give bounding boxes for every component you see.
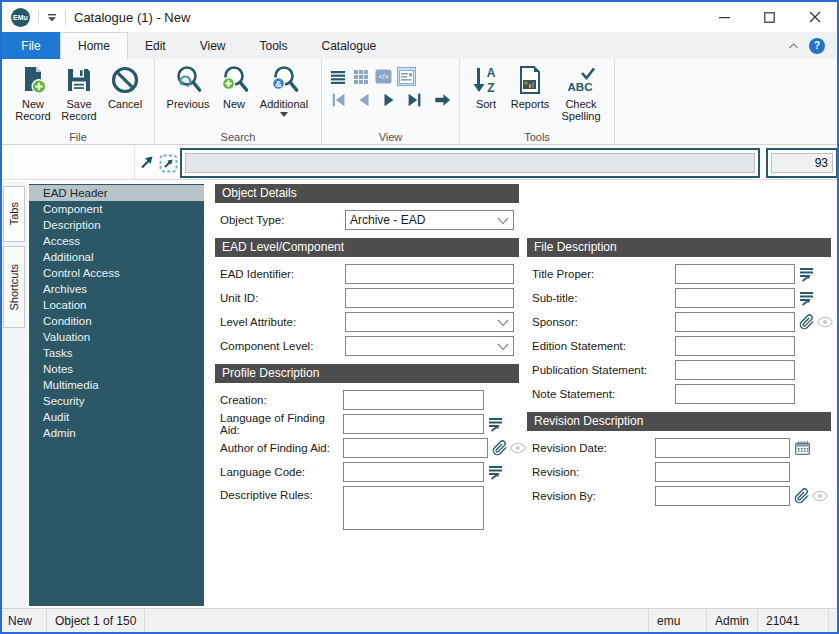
cancel-button[interactable]: Cancel (102, 61, 148, 110)
previous-record-button[interactable] (353, 90, 374, 110)
sponsor-label: Sponsor: (532, 316, 675, 328)
svg-text:A: A (487, 66, 496, 80)
goto-record-button[interactable] (432, 90, 453, 110)
sidebar-item-control-access[interactable]: Control Access (29, 265, 204, 281)
sidebar-item-security[interactable]: Security (29, 393, 204, 409)
cursor-tool-button[interactable] (139, 154, 155, 170)
unit-id-label: Unit ID: (220, 292, 345, 304)
descriptive-rules-textarea[interactable] (343, 486, 484, 530)
sidebar-item-location[interactable]: Location (29, 297, 204, 313)
title-proper-input[interactable] (675, 264, 795, 284)
view-attachment-button[interactable] (812, 488, 828, 504)
minimize-button[interactable] (702, 2, 747, 32)
help-button[interactable]: ? (809, 38, 825, 54)
sidebar-item-component[interactable]: Component (29, 201, 204, 217)
grid-view-button[interactable] (351, 67, 370, 86)
sidebar-item-condition[interactable]: Condition (29, 313, 204, 329)
next-record-button[interactable] (378, 90, 399, 110)
additional-search-button[interactable]: & Additional (253, 61, 315, 117)
revision-by-input[interactable] (655, 486, 790, 506)
sponsor-input[interactable] (675, 312, 795, 332)
sub-title-input[interactable] (675, 288, 795, 308)
maximize-button[interactable] (747, 2, 792, 32)
lookup-list-button[interactable] (488, 465, 503, 480)
sidebar-item-ead-header[interactable]: EAD Header (29, 185, 204, 201)
view-mode-row: </> (328, 67, 453, 86)
revision-by-label: Revision By: (532, 490, 655, 502)
attach-button[interactable] (492, 440, 508, 456)
sidebar-item-notes[interactable]: Notes (29, 361, 204, 377)
creation-input[interactable] (343, 390, 484, 410)
view-attachment-button[interactable] (510, 440, 526, 456)
revision-input[interactable] (655, 462, 790, 482)
sort-button[interactable]: A Z Sort (466, 61, 506, 110)
paperclip-icon (799, 314, 815, 330)
new-search-button[interactable]: New (215, 61, 253, 110)
list-view-icon (330, 69, 346, 85)
date-picker-button[interactable] (794, 440, 811, 457)
edition-statement-input[interactable] (675, 336, 795, 356)
publication-statement-input[interactable] (675, 360, 795, 380)
level-attribute-label: Level Attribute: (220, 316, 345, 328)
sidebar-item-access[interactable]: Access (29, 233, 204, 249)
tab-edit[interactable]: Edit (128, 32, 183, 59)
unit-id-input[interactable] (345, 288, 514, 308)
sidebar-item-tasks[interactable]: Tasks (29, 345, 204, 361)
tab-tools[interactable]: Tools (243, 32, 305, 59)
object-type-combo[interactable]: Archive - EAD (345, 210, 514, 230)
sidebar-item-additional[interactable]: Additional (29, 249, 204, 265)
sidebar-item-valuation[interactable]: Valuation (29, 329, 204, 345)
field-row-language-finding-aid: Language of Finding Aid: (220, 414, 519, 434)
collapse-ribbon-icon[interactable] (788, 42, 799, 50)
ead-identifier-input[interactable] (345, 264, 514, 284)
list-view-button[interactable] (328, 67, 347, 86)
vertical-tab-shortcuts[interactable]: Shortcuts (3, 246, 25, 328)
record-summary-field (185, 153, 755, 173)
attach-button[interactable] (799, 314, 815, 330)
sidebar-item-audit[interactable]: Audit (29, 409, 204, 425)
chevron-down-icon (497, 343, 509, 351)
creation-label: Creation: (220, 394, 343, 406)
last-record-button[interactable] (403, 90, 424, 110)
paperclip-icon (794, 488, 810, 504)
lookup-list-button[interactable] (488, 417, 503, 432)
note-statement-input[interactable] (675, 384, 795, 404)
tab-file[interactable]: File (2, 32, 60, 59)
close-button[interactable] (792, 2, 837, 32)
lookup-list-button[interactable] (799, 291, 814, 306)
view-attachment-button[interactable] (817, 314, 833, 330)
tab-home[interactable]: Home (60, 32, 128, 59)
quick-access-dropdown-icon[interactable] (47, 13, 57, 22)
window-body: Tabs Shortcuts EAD Header Component Desc… (2, 180, 837, 608)
vertical-tab-tabs[interactable]: Tabs (3, 186, 25, 242)
language-code-input[interactable] (343, 462, 484, 482)
previous-search-button[interactable]: Previous (161, 61, 215, 110)
component-level-combo[interactable] (345, 336, 514, 356)
reports-button[interactable]: Reports (506, 61, 554, 110)
language-finding-aid-input[interactable] (343, 414, 484, 434)
save-record-button[interactable]: Save Record (56, 61, 102, 122)
revision-date-input[interactable] (655, 438, 790, 458)
code-view-icon: </> (375, 69, 392, 84)
sidebar-item-description[interactable]: Description (29, 217, 204, 233)
new-record-button[interactable]: New Record (10, 61, 56, 122)
sidebar-item-archives[interactable]: Archives (29, 281, 204, 297)
details-view-button[interactable] (397, 67, 416, 86)
first-record-button[interactable] (328, 90, 349, 110)
code-view-button[interactable]: </> (374, 67, 393, 86)
level-attribute-combo[interactable] (345, 312, 514, 332)
tab-catalogue[interactable]: Catalogue (305, 32, 394, 59)
lookup-list-button[interactable] (799, 267, 814, 282)
language-code-label: Language Code: (220, 466, 343, 478)
select-mode-button[interactable] (159, 154, 178, 173)
status-separator (144, 609, 145, 632)
attach-button[interactable] (794, 488, 810, 504)
sidebar-item-admin[interactable]: Admin (29, 425, 204, 441)
check-spelling-button[interactable]: ABC Check Spelling (554, 61, 608, 122)
field-row-revision-by: Revision By: (532, 486, 831, 506)
last-record-icon (405, 91, 423, 109)
tab-view[interactable]: View (183, 32, 243, 59)
tabs-sidebar: EAD Header Component Description Access … (29, 184, 204, 606)
author-finding-aid-input[interactable] (343, 438, 488, 458)
sidebar-item-multimedia[interactable]: Multimedia (29, 377, 204, 393)
